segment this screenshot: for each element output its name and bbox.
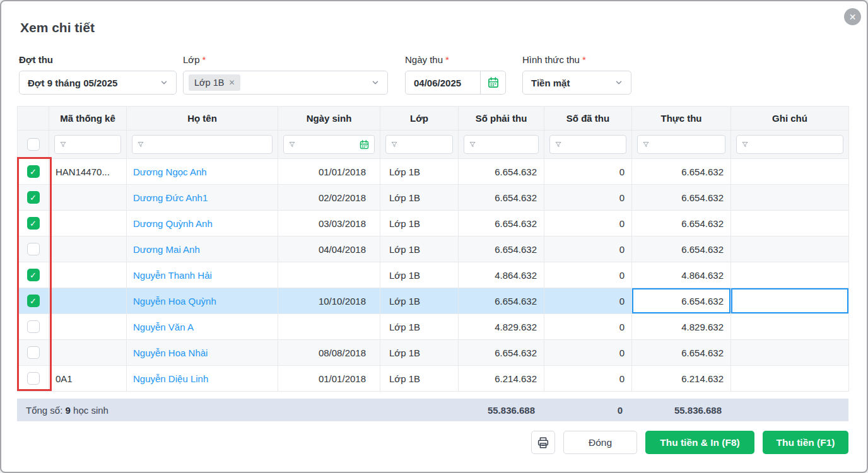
cell-class[interactable]: Lớp 1B: [380, 314, 459, 340]
cell-due[interactable]: 6.214.632: [459, 366, 544, 392]
cell-code[interactable]: [49, 211, 127, 237]
cell-code[interactable]: [49, 262, 127, 288]
student-name-link[interactable]: Nguyễn Hoa Nhài: [133, 347, 208, 358]
cell-actual[interactable]: 6.214.632: [632, 366, 731, 392]
cell-dob[interactable]: [278, 314, 380, 340]
student-name-link[interactable]: Nguyễn Diệu Linh: [133, 373, 208, 384]
close-dialog-button[interactable]: Đóng: [563, 431, 637, 454]
cell-dob[interactable]: 03/03/2018: [278, 211, 380, 237]
cell-note[interactable]: [731, 211, 849, 237]
cell-class[interactable]: Lớp 1B: [380, 159, 459, 185]
hinh-thuc-thu-select[interactable]: Tiền mặt: [522, 71, 631, 95]
cell-paid[interactable]: 0: [544, 288, 632, 314]
filter-note-input[interactable]: [736, 135, 843, 154]
student-name-link[interactable]: Nguyễn Thanh Hải: [133, 270, 212, 281]
cell-paid[interactable]: 0: [544, 159, 632, 185]
cell-actual[interactable]: 4.829.632: [632, 314, 731, 340]
cell-code[interactable]: HAN14470...: [49, 159, 127, 185]
cell-paid[interactable]: 0: [544, 262, 632, 288]
cell-due[interactable]: 6.654.632: [459, 211, 544, 237]
filter-paid-input[interactable]: [549, 135, 626, 154]
cell-note[interactable]: [731, 340, 849, 366]
cell-class[interactable]: Lớp 1B: [380, 288, 459, 314]
student-name-link[interactable]: Nguyễn Văn A: [133, 322, 194, 332]
student-name-link[interactable]: Dương Ngọc Anh: [133, 166, 207, 177]
cell-due[interactable]: 4.829.632: [459, 314, 544, 340]
filter-code-input[interactable]: [54, 135, 121, 154]
filter-class-input[interactable]: [385, 135, 453, 154]
student-name-link[interactable]: Dương Quỳnh Anh: [133, 218, 213, 229]
print-button[interactable]: [531, 431, 555, 454]
row-checkbox-unchecked[interactable]: [27, 243, 40, 255]
filter-dob-input[interactable]: [283, 135, 375, 154]
cell-actual[interactable]: 6.654.632: [632, 159, 731, 185]
cell-actual[interactable]: 6.654.632: [632, 340, 731, 366]
cell-class[interactable]: Lớp 1B: [380, 211, 459, 237]
cell-code[interactable]: [49, 185, 127, 211]
dot-thu-select[interactable]: Đợt 9 tháng 05/2025: [19, 71, 177, 95]
lop-multiselect[interactable]: Lớp 1B ✕: [183, 71, 388, 95]
cell-code[interactable]: [49, 288, 127, 314]
cell-code[interactable]: [49, 340, 127, 366]
cell-class[interactable]: Lớp 1B: [380, 237, 459, 262]
filter-name-input[interactable]: [132, 135, 273, 154]
cell-class[interactable]: Lớp 1B: [380, 340, 459, 366]
student-name-link[interactable]: Nguyễn Hoa Quỳnh: [133, 296, 216, 307]
student-name-link[interactable]: Dương Đức Anh1: [133, 192, 208, 203]
cell-note[interactable]: [731, 185, 849, 211]
cell-class[interactable]: Lớp 1B: [380, 262, 459, 288]
cell-dob[interactable]: 01/01/2018: [278, 159, 380, 185]
filter-actual-input[interactable]: [637, 135, 725, 154]
cell-class[interactable]: Lớp 1B: [380, 185, 459, 211]
cell-paid[interactable]: 0: [544, 340, 632, 366]
cell-paid[interactable]: 0: [544, 237, 632, 262]
cell-dob[interactable]: 04/04/2018: [278, 237, 380, 262]
cell-due[interactable]: 6.654.632: [459, 340, 544, 366]
cell-due[interactable]: 6.654.632: [459, 185, 544, 211]
row-checkbox-unchecked[interactable]: [27, 372, 40, 385]
collect-and-print-button[interactable]: Thu tiền & In (F8): [645, 431, 754, 454]
student-name-link[interactable]: Dương Mai Anh: [133, 244, 200, 255]
select-all-checkbox[interactable]: [27, 138, 40, 151]
row-checkbox-checked[interactable]: ✓: [27, 295, 40, 307]
cell-paid[interactable]: 0: [544, 314, 632, 340]
cell-code[interactable]: [49, 314, 127, 340]
cell-dob[interactable]: 08/08/2018: [278, 340, 380, 366]
row-checkbox-checked[interactable]: ✓: [27, 269, 40, 281]
cell-paid[interactable]: 0: [544, 211, 632, 237]
cell-actual[interactable]: 6.654.632: [632, 237, 731, 262]
cell-note[interactable]: [731, 237, 849, 262]
cell-note[interactable]: [731, 159, 849, 185]
cell-dob[interactable]: 10/10/2018: [278, 288, 380, 314]
cell-due[interactable]: 6.654.632: [459, 159, 544, 185]
cell-dob[interactable]: 02/02/2018: [278, 185, 380, 211]
row-checkbox-checked[interactable]: ✓: [27, 217, 40, 230]
cell-note[interactable]: [731, 262, 849, 288]
cell-actual[interactable]: 6.654.632: [632, 211, 731, 237]
row-checkbox-unchecked[interactable]: [27, 320, 40, 333]
cell-note-editor[interactable]: [731, 288, 849, 314]
cell-actual[interactable]: 4.864.632: [632, 262, 731, 288]
row-checkbox-checked[interactable]: ✓: [27, 165, 40, 178]
collect-button[interactable]: Thu tiền (F1): [763, 431, 848, 454]
cell-dob[interactable]: [278, 262, 380, 288]
cell-paid[interactable]: 0: [544, 366, 632, 392]
cell-actual[interactable]: 6.654.632: [632, 185, 731, 211]
tag-remove-icon[interactable]: ✕: [228, 78, 235, 87]
cell-due[interactable]: 6.654.632: [459, 288, 544, 314]
calendar-icon[interactable]: [480, 71, 505, 94]
cell-paid[interactable]: 0: [544, 185, 632, 211]
calendar-icon[interactable]: [359, 139, 370, 150]
cell-dob[interactable]: 01/01/2018: [278, 366, 380, 392]
filter-due-input[interactable]: [464, 135, 539, 154]
cell-actual-editor[interactable]: 6.654.632: [632, 288, 731, 314]
cell-note[interactable]: [731, 366, 849, 392]
cell-class[interactable]: Lớp 1B: [380, 366, 459, 392]
ngay-thu-date-input[interactable]: 04/06/2025: [405, 71, 506, 95]
cell-due[interactable]: 4.864.632: [459, 262, 544, 288]
cell-note[interactable]: [731, 314, 849, 340]
row-checkbox-checked[interactable]: ✓: [27, 191, 40, 204]
close-icon[interactable]: ✕: [844, 8, 861, 25]
cell-code[interactable]: 0A1: [49, 366, 127, 392]
row-checkbox-unchecked[interactable]: [27, 346, 40, 359]
